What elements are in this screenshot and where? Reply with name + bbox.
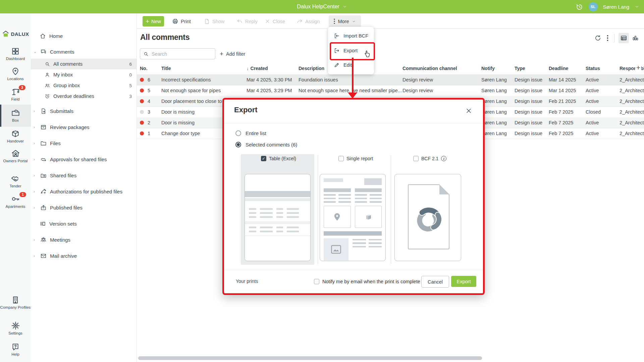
nav-item-submittals[interactable]: › Submittals xyxy=(31,105,137,117)
nav-item-all-comments[interactable]: All comments 6 xyxy=(31,59,137,69)
show-button[interactable]: Show xyxy=(204,16,224,26)
col-notify[interactable]: Notify xyxy=(481,66,515,71)
sidebar-item-help[interactable]: Help xyxy=(0,343,31,357)
pencil-icon xyxy=(334,62,340,68)
plus-icon: + xyxy=(146,18,149,25)
more-button[interactable]: More xyxy=(329,15,361,27)
close-x-icon xyxy=(466,108,472,114)
close-button[interactable]: Close xyxy=(265,16,285,26)
cancel-button[interactable]: Cancel xyxy=(421,276,449,288)
table-row[interactable]: 5 Not enough space for pipes Mar 4 2025,… xyxy=(137,85,644,96)
nav-item-home[interactable]: Home xyxy=(31,30,137,42)
option-single-report[interactable]: Single report xyxy=(338,156,373,161)
reply-button[interactable]: Reply xyxy=(236,16,258,26)
col-no[interactable]: No. xyxy=(137,66,161,71)
add-filter-button[interactable]: + Add filter xyxy=(220,48,245,59)
nav-item-review-packages[interactable]: › Review packages xyxy=(31,121,137,133)
checkbox-icon xyxy=(413,156,419,161)
user-menu-chevron-icon[interactable] xyxy=(635,4,639,9)
nav-item-files[interactable]: › Files xyxy=(31,137,137,149)
apartments-badge: 1 xyxy=(19,192,26,197)
checkbox-icon xyxy=(338,156,344,161)
divider xyxy=(224,123,483,123)
radio-selected-comments[interactable]: Selected comments (6) xyxy=(235,142,297,147)
nav-item-meetings[interactable]: › Meetings xyxy=(31,234,137,245)
nav-item-overdue-deadlines[interactable]: Overdue deadlines 3 xyxy=(31,91,137,102)
map-pin-icon xyxy=(11,67,20,76)
refresh-icon[interactable] xyxy=(593,33,603,43)
sidebar-item-dashboard[interactable]: Dashboard xyxy=(0,47,31,61)
col-status[interactable]: Status xyxy=(586,66,620,71)
info-icon[interactable]: i xyxy=(441,156,446,161)
sidebar-item-handover[interactable]: Handover xyxy=(0,129,31,143)
option-table-excel[interactable]: ✓ Table (Excel) xyxy=(261,156,296,161)
table-view-toggle[interactable] xyxy=(619,33,629,43)
count-badge: 3 xyxy=(129,94,132,99)
house-person-icon xyxy=(11,149,20,158)
col-type[interactable]: Type xyxy=(515,66,549,71)
chart-view-toggle[interactable] xyxy=(630,33,641,43)
assign-button[interactable]: Assign xyxy=(297,16,320,26)
sidebar-item-field[interactable]: Field 3 xyxy=(0,87,31,102)
avatar[interactable]: SL xyxy=(589,2,598,11)
kebab-icon xyxy=(334,18,335,24)
add-column-button[interactable]: + xyxy=(635,64,641,72)
search-input[interactable] xyxy=(151,51,209,57)
option-bcf[interactable]: BCF 2.1 i xyxy=(413,156,446,161)
table-header: No. Title ↓Created Description Communica… xyxy=(137,62,644,75)
history-icon[interactable] xyxy=(576,3,583,11)
table-row[interactable]: 6 Incorrect specifications Mar 4 2025, 3… xyxy=(137,74,644,85)
horizontal-scrollbar[interactable] xyxy=(138,356,482,360)
status-dot xyxy=(140,110,144,114)
col-deadline[interactable]: Deadline xyxy=(549,66,586,71)
nav-item-mail-archive[interactable]: › Mail archive xyxy=(31,250,137,261)
col-title[interactable]: Title xyxy=(161,66,247,71)
top-bar: Dalux HelpCenter SL Søren Lang xyxy=(0,0,644,13)
nav-item-group-inbox[interactable]: Group inbox 5 xyxy=(31,80,137,91)
expand-chevron-icon: › xyxy=(34,141,37,145)
nav-item-my-inbox[interactable]: My inbox 0 xyxy=(31,69,137,80)
expand-chevron-icon: › xyxy=(34,125,37,129)
sidebar-item-settings[interactable]: Settings xyxy=(0,321,31,336)
your-prints-link[interactable]: Your prints xyxy=(236,279,258,284)
col-created[interactable]: ↓Created xyxy=(247,66,299,71)
nav-item-version-sets[interactable]: Version sets xyxy=(31,218,137,229)
dalux-logo[interactable]: DALUX xyxy=(0,30,31,38)
folder-documents-icon xyxy=(11,108,20,117)
sidebar-item-company-profiles[interactable]: Company Profiles xyxy=(0,296,31,310)
sidebar-item-box[interactable]: Box xyxy=(0,108,31,123)
gear-icon xyxy=(11,321,20,330)
sidebar-item-locations[interactable]: Locations xyxy=(0,67,31,81)
nav-item-published-files[interactable]: › Published files xyxy=(31,202,137,213)
dalux-logo-icon xyxy=(2,30,10,38)
menu-item-import-bcf[interactable]: Import BCF xyxy=(328,29,374,43)
nav-item-approvals-shared-files[interactable]: › Approvals for shared files xyxy=(31,154,137,165)
sidebar-item-apartments[interactable]: Apartments 1 xyxy=(0,194,31,209)
col-channel[interactable]: Communication channel xyxy=(402,66,481,71)
app-title-wrap[interactable]: Dalux HelpCenter xyxy=(0,0,644,13)
annotation-arrow-head xyxy=(348,93,357,99)
radio-entire-list[interactable]: Entire list xyxy=(235,130,266,136)
radio-icon xyxy=(235,130,241,136)
divider xyxy=(224,270,483,270)
print-button[interactable]: Print xyxy=(172,16,191,26)
notify-checkbox-row[interactable]: Notify me by email when the print is com… xyxy=(314,276,420,287)
export-dialog: Export Entire list Selected comments (6)… xyxy=(222,98,485,295)
new-button[interactable]: + New xyxy=(143,16,164,26)
sidebar-item-owners-portal[interactable]: Owners Portal xyxy=(0,149,31,163)
sort-desc-icon: ↓ xyxy=(247,66,249,71)
nav-item-authorizations-published-files[interactable]: › Authorizations for published files xyxy=(31,186,137,197)
cube-thumb xyxy=(355,206,382,228)
alarm-clock-icon xyxy=(45,94,50,99)
close-x-icon xyxy=(265,18,270,24)
dialog-title: Export xyxy=(234,106,258,114)
dashboard-icon xyxy=(11,47,20,56)
list-options-kebab-icon[interactable] xyxy=(605,33,610,43)
nav-item-shared-files[interactable]: › Shared files xyxy=(31,170,137,181)
dialog-close-button[interactable] xyxy=(466,108,472,115)
user-name[interactable]: Søren Lang xyxy=(603,4,629,10)
nav-item-comments[interactable]: ⌄ Comments xyxy=(31,46,137,57)
export-confirm-button[interactable]: Export xyxy=(451,276,476,287)
sidebar-item-tender[interactable]: Tender xyxy=(0,174,31,188)
search-icon xyxy=(45,61,50,67)
